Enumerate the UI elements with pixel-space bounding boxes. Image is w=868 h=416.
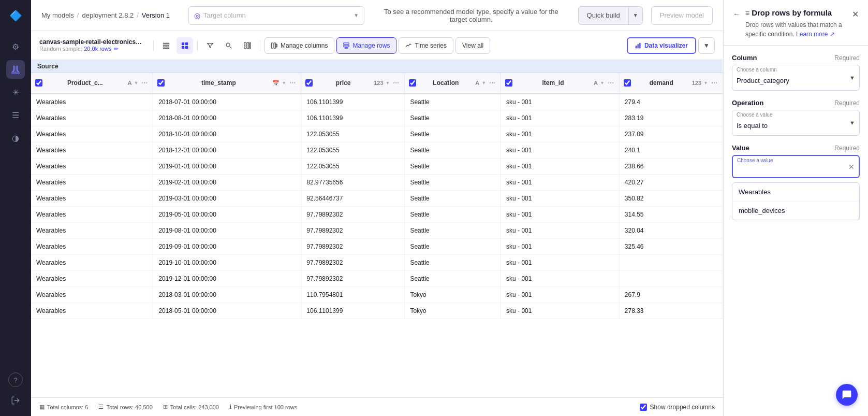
filter-button[interactable]: [202, 37, 218, 54]
preview-model-button[interactable]: Preview model: [651, 6, 713, 25]
quick-build-button[interactable]: Quick build ▼: [578, 6, 643, 25]
toolbar-more-button[interactable]: ▼: [698, 37, 715, 54]
svg-rect-6: [182, 46, 184, 48]
table-cell: Wearables: [31, 142, 153, 158]
logo-icon[interactable]: 🔷: [6, 6, 25, 25]
table-cell: 314.55: [619, 206, 723, 222]
table-cell: sku - 001: [501, 190, 620, 206]
breadcrumb-deployment[interactable]: deployment 2.8.2: [82, 11, 134, 19]
main-content: My models / deployment 2.8.2 / Version 1…: [31, 0, 723, 416]
select-item-checkbox[interactable]: [505, 79, 512, 87]
table-row: Wearables2019-10-01 00:00:0097.79892302S…: [31, 254, 723, 270]
svg-rect-5: [185, 42, 188, 45]
table-cell: Seattle: [405, 110, 501, 126]
sort-location[interactable]: ▼: [481, 80, 486, 85]
more-demand[interactable]: ⋯: [710, 78, 718, 88]
more-price[interactable]: ⋯: [392, 78, 400, 88]
select-demand-checkbox[interactable]: [624, 79, 631, 87]
th-product: Product_c... A ▼ ⋯: [31, 73, 153, 94]
type-icon-product: A: [128, 80, 132, 86]
columns-icon: ▦: [39, 404, 45, 410]
toggle-icon[interactable]: ◑: [6, 128, 25, 147]
target-icon: ◎: [194, 11, 200, 20]
learn-more-link[interactable]: Learn more ↗: [796, 31, 835, 38]
target-column-wrapper: ◎ Target column ▼: [188, 6, 364, 25]
panel-back-button[interactable]: ←: [732, 9, 741, 19]
settings-icon[interactable]: ⚙: [6, 37, 25, 56]
value-dropdown-options: Wearables mobile_devices: [732, 182, 860, 220]
view-all-button[interactable]: View all: [455, 37, 490, 54]
table-cell: 278.33: [619, 303, 723, 319]
manage-columns-button[interactable]: Manage columns: [264, 37, 334, 54]
option-mobile-devices[interactable]: mobile_devices: [732, 202, 859, 220]
table-cell: 2019-08-01 00:00:00: [153, 222, 301, 238]
show-dropped-checkbox[interactable]: [640, 404, 647, 411]
table-cell: sku - 001: [501, 206, 620, 222]
columns-layout-button[interactable]: [239, 37, 256, 54]
edit-icon[interactable]: ✏: [114, 46, 119, 52]
more-item[interactable]: ⋯: [607, 78, 615, 88]
asterisk-icon[interactable]: ✳: [6, 83, 25, 102]
target-column-select[interactable]: ◎ Target column ▼: [188, 6, 364, 25]
table-cell: 2018-08-01 00:00:00: [153, 110, 301, 126]
sort-timestamp[interactable]: ▼: [282, 80, 286, 85]
chat-button[interactable]: [836, 384, 858, 406]
table-cell: Seattle: [405, 126, 501, 142]
table-cell: 420.27: [619, 174, 723, 190]
show-dropped-columns-toggle[interactable]: Show dropped columns: [640, 404, 715, 411]
experiment-icon[interactable]: [6, 60, 25, 79]
table-cell: Seattle: [405, 238, 501, 254]
table-cell: Seattle: [405, 222, 501, 238]
value-field-group: Value Required Choose a value ✕ Wearable…: [732, 144, 860, 220]
more-product[interactable]: ⋯: [140, 78, 149, 88]
table-wrapper[interactable]: Source Product_c... A ▼ ⋯: [31, 60, 723, 397]
table-body: Wearables2018-07-01 00:00:00106.1101399S…: [31, 94, 723, 319]
list-view-button[interactable]: [158, 37, 174, 54]
panel-description: Drop rows with values that match a speci…: [745, 20, 847, 39]
select-all-checkbox[interactable]: [35, 79, 42, 87]
table-cell: 97.79892302: [301, 222, 405, 238]
sort-item[interactable]: ▼: [600, 80, 605, 85]
type-icon-timestamp: 📅: [272, 80, 279, 87]
time-series-button[interactable]: Time series: [399, 37, 453, 54]
help-icon[interactable]: ?: [8, 372, 23, 387]
exit-icon[interactable]: [6, 391, 25, 410]
toolbar: canvas-sample-retail-electronics-fore...…: [31, 31, 723, 60]
table-cell: Wearables: [31, 94, 153, 110]
table-cell: Wearables: [31, 126, 153, 142]
sort-price[interactable]: ▼: [386, 80, 390, 85]
panel-close-button[interactable]: ✕: [851, 8, 860, 20]
select-location-checkbox[interactable]: [409, 79, 416, 87]
more-location[interactable]: ⋯: [488, 78, 496, 88]
sort-product[interactable]: ▼: [134, 80, 138, 85]
table-cell: sku - 001: [501, 222, 620, 238]
data-visualizer-button[interactable]: Data visualizer: [627, 37, 696, 54]
table-cell: sku - 001: [501, 238, 620, 254]
select-timestamp-checkbox[interactable]: [157, 79, 165, 87]
table-cell: 2019-12-01 00:00:00: [153, 270, 301, 286]
more-timestamp[interactable]: ⋯: [288, 78, 297, 88]
select-price-checkbox[interactable]: [305, 79, 313, 87]
grid-view-button[interactable]: [176, 37, 193, 54]
type-icon-item: A: [594, 80, 598, 86]
table-cell: sku - 001: [501, 174, 620, 190]
table-cell: 92.56446737: [301, 190, 405, 206]
value-clear-button[interactable]: ✕: [848, 163, 855, 170]
list-details-icon[interactable]: ☰: [6, 106, 25, 124]
search-button[interactable]: [220, 37, 237, 54]
operation-field-group: Operation Required Choose a value Is equ…: [732, 99, 860, 136]
column-header-row: Product_c... A ▼ ⋯ time_stamp 📅: [31, 73, 723, 94]
sort-demand[interactable]: ▼: [703, 80, 708, 85]
option-wearables[interactable]: Wearables: [732, 183, 859, 202]
table-cell: Wearables: [31, 254, 153, 270]
table-cell: 2019-03-01 00:00:00: [153, 190, 301, 206]
type-icon-demand: 123: [692, 80, 701, 86]
table-cell: Seattle: [405, 94, 501, 110]
quick-build-dropdown-arrow[interactable]: ▼: [628, 7, 642, 24]
sample-count[interactable]: 20.0k rows: [84, 46, 111, 52]
table-cell: [619, 254, 723, 270]
manage-rows-button[interactable]: Manage rows: [336, 37, 396, 54]
breadcrumb-my-models[interactable]: My models: [41, 11, 74, 19]
table-cell: 2018-10-01 00:00:00: [153, 126, 301, 142]
table-cell: Wearables: [31, 206, 153, 222]
